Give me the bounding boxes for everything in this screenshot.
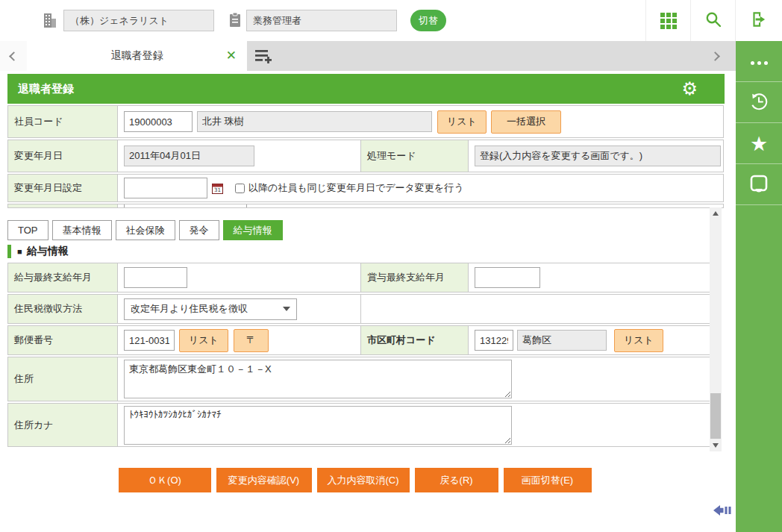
list-add-icon xyxy=(254,47,273,65)
cancel-input-button[interactable]: 入力内容取消(C) xyxy=(317,468,410,492)
tab-basic-info[interactable]: 基本情報 xyxy=(52,220,112,240)
tab-social-insurance[interactable]: 社会保険 xyxy=(116,220,175,240)
role-input[interactable] xyxy=(246,10,397,31)
tab-scroll-right-button[interactable] xyxy=(701,41,728,71)
resident-tax-select[interactable]: 改定年月より住民税を徴収 xyxy=(124,298,297,320)
change-date-setting-label: 変更年月日設定 xyxy=(8,175,118,201)
employee-list-button[interactable]: リスト xyxy=(437,110,487,134)
select-arrow-icon xyxy=(283,307,290,311)
change-date-field xyxy=(124,145,254,166)
clipped-row xyxy=(7,204,724,208)
scrollbar-thumb[interactable] xyxy=(710,393,721,439)
collapse-arrow-icon xyxy=(713,504,733,517)
ellipsis-icon xyxy=(749,56,769,67)
resident-tax-row: 住民税徴収方法 改定年月より住民税を徴収 xyxy=(7,294,710,324)
main-content: 退職者登録 ⚙ 社員コード リスト 一括選択 変更年月日 処理モード xyxy=(0,71,736,532)
employee-name-field xyxy=(197,111,432,132)
tab-salary-info[interactable]: 給与情報 xyxy=(223,220,283,240)
city-code-input[interactable] xyxy=(475,330,513,351)
employee-code-row: 社員コード リスト 一括選択 xyxy=(7,105,724,138)
scroll-up-button[interactable] xyxy=(710,207,722,219)
bonus-last-month-input[interactable] xyxy=(475,267,540,288)
role-icon xyxy=(228,12,242,31)
same-date-checkbox-label: 以降の社員も同じ変更年月日でデータ変更を行う xyxy=(248,181,463,195)
scroll-down-button[interactable] xyxy=(710,439,722,451)
clipped-input xyxy=(124,204,247,208)
employee-header-form: 社員コード リスト 一括選択 変更年月日 処理モード 変更年 xyxy=(7,105,724,208)
ok-button[interactable]: ＯＫ(O) xyxy=(119,468,211,492)
city-list-button[interactable]: リスト xyxy=(614,329,663,352)
vertical-scrollbar[interactable] xyxy=(710,207,722,451)
svg-text:31: 31 xyxy=(214,187,221,193)
change-date-setting-row: 変更年月日設定 31 以降の社員も同じ変更年月日でデータ変更を行う xyxy=(7,174,724,202)
bonus-last-month-label: 賞与最終支給年月 xyxy=(360,263,469,292)
tab-scroll-left-button[interactable] xyxy=(0,41,27,71)
address-kana-row: 住所カナ xyxy=(7,403,710,447)
star-icon: ★ xyxy=(750,134,768,154)
sidebar-item-memo[interactable] xyxy=(736,164,782,205)
search-button[interactable] xyxy=(690,0,735,41)
collapse-panel-button[interactable] xyxy=(713,504,733,519)
application-window: 切替 xyxy=(0,0,782,532)
logout-button[interactable] xyxy=(735,0,782,41)
page-title: 退職者登録 xyxy=(18,82,74,96)
postal-list-button[interactable]: リスト xyxy=(179,329,228,352)
employee-code-input[interactable] xyxy=(124,111,193,132)
city-code-label: 市区町村コード xyxy=(360,326,469,354)
company-input[interactable] xyxy=(63,10,214,31)
triangle-up-icon xyxy=(713,211,719,216)
process-mode-label: 処理モード xyxy=(360,140,469,172)
address-label: 住所 xyxy=(8,357,118,401)
bulk-select-button[interactable]: 一括選択 xyxy=(491,110,561,134)
app-menu-button[interactable] xyxy=(645,0,690,41)
sidebar-item-history[interactable] xyxy=(736,82,782,123)
section-bullet: ■ xyxy=(17,247,22,256)
tab-appointment[interactable]: 発令 xyxy=(179,220,219,240)
section-heading-text: 給与情報 xyxy=(27,245,69,258)
logout-icon xyxy=(749,10,769,31)
sidebar-item-favorites[interactable]: ★ xyxy=(736,123,782,164)
address-textarea[interactable] xyxy=(124,360,512,398)
section-heading: ■ 給与情報 xyxy=(7,245,69,258)
postal-code-input[interactable] xyxy=(124,330,175,351)
postal-mark-button[interactable]: 〒 xyxy=(234,329,269,352)
sidebar-item-more[interactable] xyxy=(736,41,782,82)
change-date-setting-input[interactable] xyxy=(124,178,207,198)
address-kana-label: 住所カナ xyxy=(8,404,118,446)
salary-last-month-input[interactable] xyxy=(124,267,187,288)
company-icon xyxy=(42,12,58,32)
change-date-row: 変更年月日 処理モード xyxy=(7,140,724,172)
history-icon xyxy=(748,91,769,114)
same-date-checkbox[interactable] xyxy=(235,184,245,193)
last-payment-row: 給与最終支給年月 賞与最終支給年月 xyxy=(7,263,710,292)
gear-icon[interactable]: ⚙ xyxy=(681,78,698,99)
resident-tax-selected-value: 改定年月より住民税を徴収 xyxy=(131,302,248,316)
process-mode-field xyxy=(475,145,721,166)
back-button[interactable]: 戻る(R) xyxy=(415,468,498,492)
calendar-icon[interactable]: 31 xyxy=(212,183,223,194)
tab-retiree-registration[interactable]: 退職者登録 ✕ xyxy=(27,41,247,71)
employee-code-label: 社員コード xyxy=(8,106,118,137)
comment-icon xyxy=(748,173,769,196)
footer-button-bar: ＯＫ(O) 変更内容確認(V) 入力内容取消(C) 戻る(R) 画面切替(E) xyxy=(0,468,710,492)
city-name-field xyxy=(517,330,607,351)
chevron-left-icon xyxy=(9,51,19,61)
top-header: 切替 xyxy=(0,0,782,41)
search-icon xyxy=(704,10,722,31)
confirm-changes-button[interactable]: 変更内容確認(V) xyxy=(216,468,312,492)
address-kana-textarea[interactable] xyxy=(124,406,512,445)
switch-screen-button[interactable]: 画面切替(E) xyxy=(504,468,592,492)
resident-tax-label: 住民税徴収方法 xyxy=(8,295,118,323)
close-tab-icon[interactable]: ✕ xyxy=(226,48,237,63)
screen-title-bar: 退職者登録 ⚙ xyxy=(7,74,725,104)
salary-last-month-label: 給与最終支給年月 xyxy=(8,263,118,292)
change-date-label: 変更年月日 xyxy=(8,140,118,172)
new-tab-button[interactable] xyxy=(254,47,273,67)
switch-button[interactable]: 切替 xyxy=(410,10,446,31)
tab-top[interactable]: TOP xyxy=(7,220,49,240)
postal-label: 郵便番号 xyxy=(8,326,118,354)
grid-icon xyxy=(660,13,677,29)
address-row: 住所 xyxy=(7,357,710,401)
postal-row: 郵便番号 リスト 〒 市区町村コード リスト xyxy=(7,325,710,355)
tab-bar: 退職者登録 ✕ xyxy=(0,41,736,71)
